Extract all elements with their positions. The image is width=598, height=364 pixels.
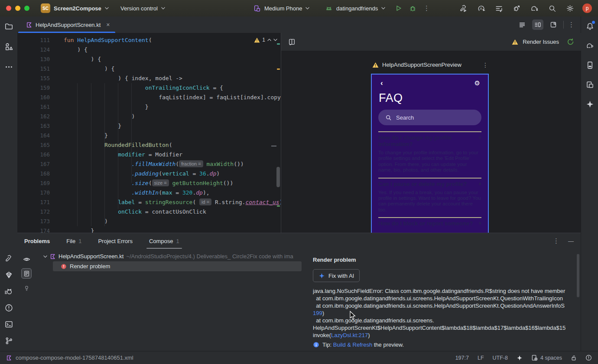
code-line[interactable]: 161 } xyxy=(17,102,281,112)
gradle-toolwindow-icon[interactable] xyxy=(584,39,596,52)
minimize-window-button[interactable] xyxy=(15,6,20,11)
notifications-icon[interactable] xyxy=(584,20,596,32)
preview-label[interactable]: HelpAndSupportScreenPreview ⋮ xyxy=(372,62,488,68)
task-list-icon[interactable] xyxy=(494,3,504,13)
stack-trace-link[interactable]: LazyDsl.kt:217 xyxy=(331,332,368,338)
code-view-button[interactable] xyxy=(517,20,528,30)
preview-problems-icon[interactable] xyxy=(21,254,32,264)
indentation-widget[interactable]: 4 spaces xyxy=(531,354,562,361)
device-selector[interactable]: Medium Phone xyxy=(254,0,309,16)
line-number[interactable]: 167 xyxy=(17,159,50,169)
gemini-icon[interactable] xyxy=(584,98,596,110)
code-line[interactable]: 166 modifier = Modifier xyxy=(17,150,281,159)
vcs-widget[interactable]: Version control xyxy=(120,0,165,16)
refresh-preview-icon[interactable] xyxy=(567,38,574,46)
hide-panel-icon[interactable]: — xyxy=(568,238,574,244)
resource-manager-icon[interactable] xyxy=(3,40,15,52)
search-icon[interactable] xyxy=(547,3,557,13)
ai-status-icon[interactable] xyxy=(517,355,523,361)
line-separator[interactable]: LF xyxy=(478,355,484,361)
problems-toolwindow-icon[interactable] xyxy=(3,302,15,314)
logcat-icon[interactable] xyxy=(3,285,15,297)
close-window-button[interactable] xyxy=(6,6,11,11)
gradle-sync-icon[interactable] xyxy=(529,3,540,13)
more-tool-windows-icon[interactable] xyxy=(3,61,15,73)
code-line[interactable]: 160 faqList[index] = faqList[index].copy… xyxy=(17,93,281,102)
running-devices-icon[interactable] xyxy=(584,78,596,91)
code-line[interactable]: 167 .fillMaxWidth(fraction = maxWidth()) xyxy=(17,159,281,169)
code-line[interactable]: 171 label = stringResource( id = R.strin… xyxy=(17,198,281,207)
build-icon[interactable] xyxy=(458,3,468,13)
code-line[interactable]: 170 .widthIn(max = 320.dp), xyxy=(17,188,281,198)
line-number[interactable]: 111 xyxy=(17,36,50,45)
line-number[interactable]: 168 xyxy=(17,169,50,179)
tab-project-errors[interactable]: Project Errors xyxy=(98,233,132,249)
line-number[interactable]: 151 xyxy=(17,64,50,74)
project-widget[interactable]: SC Screen2Compose xyxy=(41,0,109,16)
line-number[interactable]: 164 xyxy=(17,131,50,140)
git-toolwindow-icon[interactable] xyxy=(3,335,15,347)
app-quality-insights-icon[interactable] xyxy=(3,269,15,281)
code-line[interactable]: 163 } xyxy=(17,121,281,131)
settings-icon[interactable] xyxy=(565,3,575,13)
split-view-button[interactable] xyxy=(532,20,543,30)
editor-scrollbar[interactable] xyxy=(276,167,280,187)
line-number[interactable]: 166 xyxy=(17,150,50,159)
close-tab-icon[interactable]: × xyxy=(106,21,110,28)
run-configuration[interactable]: datingandfriends xyxy=(325,0,385,16)
line-number[interactable]: 172 xyxy=(17,207,50,217)
line-number[interactable]: 169 xyxy=(17,179,50,188)
editor-options-icon[interactable]: ⋮ xyxy=(568,21,575,29)
stack-trace-link[interactable]: 199 xyxy=(313,310,322,316)
run-button[interactable] xyxy=(395,5,402,12)
line-number[interactable]: 171 xyxy=(17,198,50,207)
inspection-widget[interactable]: 1 xyxy=(254,37,277,43)
code-line[interactable]: 155 ) { index, model -> xyxy=(17,74,281,83)
line-number[interactable]: 163 xyxy=(17,121,50,131)
file-encoding[interactable]: UTF-8 xyxy=(493,355,508,361)
more-run-actions-icon[interactable]: ⋮ xyxy=(423,4,430,12)
project-toolwindow-icon[interactable] xyxy=(3,20,15,32)
preview-layout-icon[interactable] xyxy=(288,38,296,46)
code-line[interactable]: 130 ) { xyxy=(17,55,281,64)
show-details-icon[interactable] xyxy=(21,268,32,279)
stripe-mark[interactable] xyxy=(277,205,280,207)
code-line[interactable]: 173 ) xyxy=(17,217,281,226)
code-line[interactable]: 159 onTrailingIconClick = { xyxy=(17,83,281,93)
fix-with-ai-button[interactable]: Fix with AI xyxy=(313,269,360,282)
panel-options-icon[interactable]: ⋮ xyxy=(553,237,559,245)
code-line[interactable]: 162 ) xyxy=(17,112,281,121)
terminal-toolwindow-icon[interactable] xyxy=(3,318,15,330)
code-line[interactable]: 111fun HelpAndSupportContent( xyxy=(17,36,281,45)
device-manager-icon[interactable] xyxy=(584,59,596,71)
code-line[interactable]: 174 } xyxy=(17,226,281,233)
status-file-name[interactable]: compose-compose-model-1758748140651.xml xyxy=(16,354,133,361)
editor-tab[interactable]: HelpAndSupportScreen.kt × xyxy=(17,16,116,33)
line-number[interactable]: 161 xyxy=(17,102,50,112)
line-number[interactable]: 165 xyxy=(17,140,50,150)
zoom-window-button[interactable] xyxy=(24,6,29,11)
line-number[interactable]: 162 xyxy=(17,112,50,121)
preview-menu-icon[interactable]: ⋮ xyxy=(482,62,488,68)
quickfix-bulb-icon[interactable] xyxy=(21,283,32,293)
code-line[interactable]: 164 } xyxy=(17,131,281,140)
lock-icon[interactable] xyxy=(571,355,577,361)
next-problem-icon[interactable] xyxy=(273,39,277,41)
line-number[interactable]: 174 xyxy=(17,226,50,233)
code-line[interactable]: 172 onClick = contactUsOnClick xyxy=(17,207,281,217)
detail-scrollbar[interactable] xyxy=(577,254,579,297)
line-number[interactable]: 159 xyxy=(17,83,50,93)
line-number[interactable]: 124 xyxy=(17,45,50,55)
prev-problem-icon[interactable] xyxy=(267,39,271,41)
avatar[interactable]: p xyxy=(582,3,592,13)
code-line[interactable]: 169 .size(size = getButtonHeight()) xyxy=(17,179,281,188)
line-number[interactable]: 130 xyxy=(17,55,50,64)
code-line[interactable]: 168 .padding(vertical = 36.dp) xyxy=(17,169,281,179)
line-number[interactable]: 155 xyxy=(17,74,50,83)
stripe-mark[interactable] xyxy=(277,43,280,45)
tab-file[interactable]: File1 xyxy=(66,233,81,249)
stripe-mark[interactable] xyxy=(277,68,280,70)
code-line[interactable]: 151 ) { xyxy=(17,64,281,74)
caret-position[interactable]: 197:7 xyxy=(455,355,469,361)
render-issues-label[interactable]: Render Issues xyxy=(523,39,559,45)
